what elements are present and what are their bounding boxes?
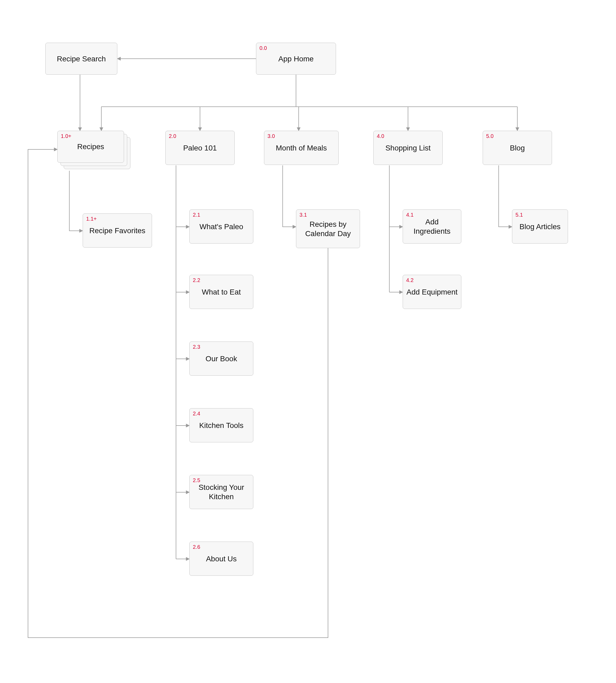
node-recipes: 1.0+ Recipes [57, 131, 124, 163]
node-number: 2.4 [193, 411, 200, 417]
node-our-book: 2.3 Our Book [189, 341, 253, 376]
node-blog-articles: 5.1 Blog Articles [512, 209, 568, 243]
node-label: Kitchen Tools [199, 421, 243, 430]
node-number: 1.1+ [86, 216, 96, 222]
node-what-to-eat: 2.2 What to Eat [189, 275, 253, 309]
node-number: 2.6 [193, 544, 200, 550]
node-number: 4.2 [406, 277, 414, 283]
node-number: 2.3 [193, 344, 200, 350]
node-number: 2.2 [193, 277, 200, 283]
node-about-us: 2.6 About Us [189, 541, 253, 576]
node-number: 5.0 [486, 133, 493, 139]
node-label: Recipe Favorites [89, 226, 145, 235]
node-label: Add Ingredients [406, 217, 458, 236]
node-recipes-by-calendar-day: 3.1 Recipes by Calendar Day [296, 209, 360, 248]
node-label: About Us [206, 554, 237, 563]
node-number: 1.0+ [61, 133, 71, 139]
node-number: 3.0 [267, 133, 275, 139]
node-add-equipment: 4.2 Add Equipment [403, 275, 461, 309]
node-app-home: 0.0 App Home [256, 43, 336, 75]
node-label: Recipe Search [57, 54, 106, 64]
node-paleo-101: 2.0 Paleo 101 [165, 131, 235, 165]
node-label: App Home [279, 54, 314, 64]
node-recipe-search: Recipe Search [45, 43, 117, 75]
node-label: Recipes [77, 143, 104, 151]
node-recipes-stack: 1.0+ Recipes [57, 131, 132, 171]
node-label: Stocking Your Kitchen [193, 483, 250, 501]
node-number: 5.1 [515, 212, 523, 218]
sitemap-canvas: Recipe Search 0.0 App Home 1.0+ Recipes … [0, 0, 616, 683]
node-label: Month of Meals [276, 143, 327, 153]
node-label: Paleo 101 [183, 143, 217, 153]
node-label: Blog [510, 143, 525, 153]
node-number: 0.0 [260, 45, 267, 51]
node-number: 2.1 [193, 212, 200, 218]
node-number: 4.1 [406, 212, 414, 218]
node-label: Add Equipment [406, 287, 457, 297]
node-label: What's Paleo [199, 222, 243, 231]
node-label: Shopping List [385, 143, 431, 153]
node-stocking-kitchen: 2.5 Stocking Your Kitchen [189, 475, 253, 509]
node-recipe-favorites: 1.1+ Recipe Favorites [83, 213, 152, 248]
node-label: Blog Articles [520, 222, 560, 231]
node-number: 4.0 [377, 133, 384, 139]
node-number: 3.1 [300, 212, 307, 218]
node-kitchen-tools: 2.4 Kitchen Tools [189, 408, 253, 442]
node-label: What to Eat [202, 287, 241, 297]
node-whats-paleo: 2.1 What's Paleo [189, 209, 253, 243]
node-label: Recipes by Calendar Day [300, 219, 356, 238]
node-number: 2.0 [169, 133, 176, 139]
node-label: Our Book [205, 354, 237, 363]
node-add-ingredients: 4.1 Add Ingredients [403, 209, 461, 243]
node-blog: 5.0 Blog [483, 131, 552, 165]
connector-layer [0, 0, 616, 683]
node-number: 2.5 [193, 477, 200, 484]
node-month-of-meals: 3.0 Month of Meals [264, 131, 339, 165]
node-shopping-list: 4.0 Shopping List [373, 131, 443, 165]
